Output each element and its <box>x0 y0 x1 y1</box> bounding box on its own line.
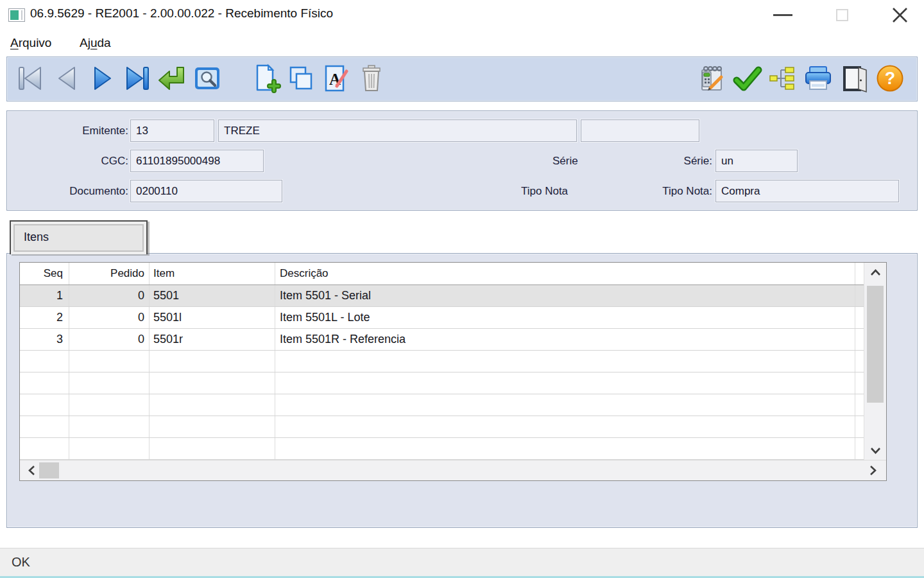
chevron-right-icon <box>869 465 877 476</box>
empty-row <box>20 438 864 460</box>
add-record-button[interactable] <box>251 63 282 94</box>
emitente-extra-field[interactable] <box>581 119 699 142</box>
copy-record-button[interactable] <box>286 63 316 94</box>
serie-field[interactable]: un <box>715 150 798 172</box>
scroll-up-button[interactable] <box>864 264 887 281</box>
scroll-down-button[interactable] <box>864 442 887 459</box>
header-pedido: Pedido <box>69 263 150 285</box>
maximize-icon <box>836 9 848 21</box>
close-icon <box>891 6 909 24</box>
cgc-field[interactable]: 61101895000498 <box>130 150 264 172</box>
exit-door-icon <box>839 63 869 94</box>
empty-row <box>20 351 864 372</box>
toolbar: A <box>6 57 918 101</box>
table-row[interactable]: 2 0 5501l Item 5501L - Lote <box>20 307 864 329</box>
last-record-icon <box>121 63 152 94</box>
items-grid: Seq Pedido Item Descrição 1 0 5501 Item … <box>20 263 864 460</box>
emitente-label: Emitente: <box>26 119 128 142</box>
chevron-left-icon <box>28 465 35 476</box>
title-bar: 06.9.5629 - RE2001 - 2.00.00.022 - Receb… <box>0 0 924 30</box>
check-icon <box>732 63 763 94</box>
minimize-button[interactable] <box>765 1 801 28</box>
app-icon <box>8 8 25 22</box>
add-document-icon <box>251 63 282 94</box>
delete-record-button[interactable] <box>356 63 387 94</box>
previous-record-button[interactable] <box>52 63 83 94</box>
horizontal-scrollbar[interactable] <box>20 460 886 480</box>
tipo-nota-field[interactable]: Compra <box>715 180 899 202</box>
print-button[interactable] <box>803 63 834 94</box>
menu-ajuda[interactable]: Ajuda <box>76 33 115 53</box>
empty-row <box>20 372 864 394</box>
empty-row <box>20 394 864 416</box>
vertical-scrollbar[interactable] <box>864 263 886 460</box>
header-item: Item <box>150 263 275 285</box>
scroll-right-button[interactable] <box>864 460 881 480</box>
emitente-name-field[interactable]: TREZE <box>218 119 577 142</box>
serie-label-clipped: Série <box>552 150 583 172</box>
help-button[interactable]: ? <box>875 63 905 94</box>
emitente-code-field[interactable]: 13 <box>130 119 214 142</box>
menu-arquivo[interactable]: Arquivo <box>6 33 55 53</box>
documento-field[interactable]: 0200110 <box>130 180 282 202</box>
empty-row <box>20 416 864 438</box>
status-text: OK <box>12 548 30 576</box>
scroll-left-button[interactable] <box>23 460 40 480</box>
tab-itens[interactable]: Itens <box>10 220 148 254</box>
search-icon <box>192 63 223 94</box>
next-record-button[interactable] <box>87 63 117 94</box>
next-record-icon <box>87 63 117 94</box>
table-header-row: Seq Pedido Item Descrição <box>20 263 864 285</box>
confirm-check-button[interactable] <box>732 63 763 94</box>
table-row[interactable]: 1 0 5501 Item 5501 - Serial <box>20 285 864 307</box>
edit-icon: A <box>320 63 351 94</box>
horizontal-scroll-thumb[interactable] <box>39 462 59 478</box>
edit-record-button[interactable]: A <box>320 63 351 94</box>
notes-button[interactable] <box>697 63 728 94</box>
window-title: 06.9.5629 - RE2001 - 2.00.00.022 - Receb… <box>30 6 333 21</box>
chevron-up-icon <box>870 269 881 276</box>
tipo-nota-label-clipped: Tipo Nota <box>521 180 583 202</box>
last-record-button[interactable] <box>121 63 152 94</box>
confirm-go-button[interactable] <box>156 63 187 94</box>
tree-icon <box>767 63 798 94</box>
svg-text:?: ? <box>885 69 896 88</box>
search-zoom-button[interactable] <box>192 63 223 94</box>
tipo-nota-label: Tipo Nota: <box>635 180 712 202</box>
chevron-down-icon <box>870 447 881 454</box>
items-table: Seq Pedido Item Descrição 1 0 5501 Item … <box>19 262 887 481</box>
serie-label: Série: <box>648 150 712 172</box>
application-window: 06.9.5629 - RE2001 - 2.00.00.022 - Receb… <box>0 0 924 578</box>
menu-bar: Arquivo Ajuda <box>0 30 924 57</box>
first-record-button[interactable] <box>16 63 47 94</box>
trash-icon <box>356 63 387 94</box>
previous-record-icon <box>52 63 83 94</box>
cgc-label: CGC: <box>26 150 128 172</box>
exit-button[interactable] <box>839 63 869 94</box>
close-button[interactable] <box>882 1 918 28</box>
maximize-button[interactable] <box>824 1 860 28</box>
minimize-icon <box>773 14 792 16</box>
table-row[interactable]: 3 0 5501r Item 5501R - Referencia <box>20 329 864 351</box>
return-arrow-icon <box>156 63 187 94</box>
documento-label: Documento: <box>26 180 128 202</box>
header-seq: Seq <box>20 263 69 285</box>
vertical-scroll-thumb[interactable] <box>867 286 884 403</box>
status-bar: OK <box>0 548 924 576</box>
copy-icon <box>286 63 316 94</box>
notes-calculator-icon <box>697 63 728 94</box>
header-descricao: Descrição <box>275 263 855 285</box>
first-record-icon <box>16 63 47 94</box>
printer-icon <box>803 63 834 94</box>
structure-tree-button[interactable] <box>767 63 798 94</box>
help-icon: ? <box>875 63 905 94</box>
